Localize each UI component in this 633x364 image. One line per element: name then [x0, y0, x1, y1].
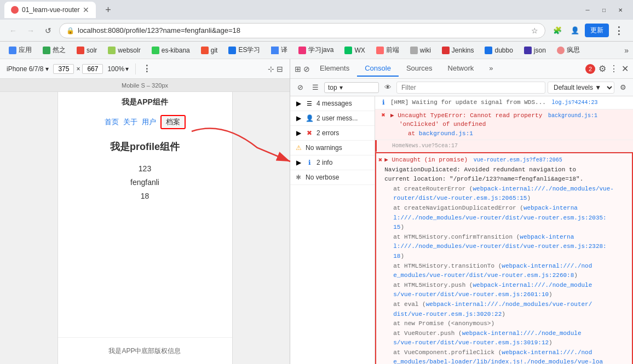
browser-tab[interactable]: 01_learn-vue-router ✕: [4, 2, 96, 18]
devtools-settings-icon[interactable]: ⚙: [599, 63, 606, 74]
minimize-button[interactable]: ─: [584, 6, 591, 14]
profile-info: 123 fengfanli 18: [58, 158, 232, 208]
bookmark-frontend[interactable]: 前端: [372, 44, 404, 56]
bookmark-apps[interactable]: 应用: [4, 44, 36, 56]
window-controls: ─ □ ✕: [584, 6, 629, 14]
profile-icon[interactable]: 👤: [567, 23, 583, 38]
bookmark-wiki[interactable]: wiki: [406, 45, 435, 55]
zoom-icon[interactable]: ⊟: [277, 65, 283, 73]
vue-router-link[interactable]: vue-router.esm.js?fe87:2065: [474, 157, 562, 163]
nav-home-link[interactable]: 首页: [105, 117, 119, 127]
devtools-tabs: Elements Console Sources Network »: [312, 61, 501, 77]
bookmark-fengsi[interactable]: 疯思: [553, 44, 584, 56]
msg-warnings[interactable]: ⚠ No warnings: [290, 141, 375, 155]
back-button[interactable]: ←: [7, 24, 20, 37]
bookmark-star-icon[interactable]: ☆: [531, 26, 538, 35]
clear-console-icon[interactable]: ⊘: [294, 81, 307, 94]
user-messages-label: 2 user mess...: [316, 114, 358, 122]
stack-link-8[interactable]: webpack-internal:///./node_modules/vue-r…: [393, 330, 581, 346]
stack-line-9: at VueComponent.profileClick (webpack-in…: [384, 348, 630, 364]
log-levels-select[interactable]: Default levels ▼: [548, 82, 614, 94]
stack-link-1[interactable]: webpack-internal:///./node_modules/vue-r…: [393, 186, 614, 202]
context-selector[interactable]: top ▾: [324, 82, 379, 93]
log-text-homenews: HomeNews.vue?5cea:17: [392, 142, 629, 150]
forward-button[interactable]: →: [24, 24, 37, 37]
bookmark-dubbo[interactable]: dubbo: [480, 45, 517, 55]
tab-sources[interactable]: Sources: [399, 61, 440, 77]
console-settings-icon[interactable]: ⚙: [617, 81, 630, 94]
msg-errors[interactable]: ▶ ✖ 2 errors: [290, 126, 375, 141]
more-options-icon[interactable]: ⋮: [142, 63, 151, 74]
devtools-expand-icon[interactable]: ⊞: [295, 65, 301, 73]
stack-link-2[interactable]: webpack-internal:///./node_modules/vue-r…: [393, 205, 606, 230]
nav-archive-button[interactable]: 档案: [160, 115, 186, 129]
devtools-close-icon[interactable]: ✕: [622, 63, 629, 74]
hmr-link[interactable]: log.js?4244:23: [551, 100, 597, 106]
background-link1[interactable]: background.js:1: [548, 113, 597, 119]
menu-icon[interactable]: ⋮: [611, 23, 626, 38]
tab-console[interactable]: Console: [357, 61, 399, 77]
bookmark-solr[interactable]: solr: [72, 45, 101, 55]
phone-frame: 我是APP组件 首页 关于 用户 档案 我是profile组件 123 feng…: [0, 92, 290, 364]
nav-about-link[interactable]: 关于: [123, 117, 137, 127]
refresh-button[interactable]: ↺: [42, 24, 55, 37]
log-error-icon: ✖: [379, 112, 387, 119]
tab-close-icon[interactable]: ✕: [83, 5, 89, 14]
stack-link-5[interactable]: webpack-internal:///./node_modules/vue-r…: [393, 282, 592, 298]
extension-icon[interactable]: 🧩: [550, 23, 565, 38]
tab-elements[interactable]: Elements: [312, 61, 357, 77]
cursor-icon[interactable]: ⊹: [268, 65, 274, 73]
bookmark-ranzhi[interactable]: 然之: [38, 44, 70, 56]
stack-line-4: at HTML5History.transitionTo (webpack-in…: [384, 262, 630, 281]
stack-link-3[interactable]: webpack-internal:///./node_modules/vue-r…: [393, 234, 606, 259]
update-button[interactable]: 更新: [585, 24, 609, 37]
zoom-selector[interactable]: 100% ▾: [107, 65, 129, 73]
msg-info[interactable]: ▶ ℹ 2 info: [290, 155, 375, 170]
bookmark-es-kibana[interactable]: es-kibana: [147, 45, 194, 55]
bookmark-json[interactable]: json: [520, 45, 550, 55]
log-entry-navdup: ✖ ▶ Uncaught (in promise) vue-router.esm…: [375, 152, 633, 364]
param-age: 18: [62, 189, 228, 203]
bookmark-java-learn[interactable]: 学习java: [294, 44, 338, 56]
device-name: iPhone 6/7/8: [7, 65, 43, 73]
stack-line-6: at eval (webpack-internal:///./node_modu…: [384, 300, 630, 319]
phone-content: 我是APP组件 首页 关于 用户 档案 我是profile组件 123 feng…: [57, 92, 233, 364]
context-label: top: [328, 84, 337, 91]
bookmark-jenkins[interactable]: Jenkins: [438, 45, 479, 55]
bookmark-translate[interactable]: 译: [267, 44, 292, 56]
bookmarks-more-icon[interactable]: »: [624, 46, 629, 55]
stack-link-6[interactable]: webpack-internal:///./node_modules/vue-r…: [393, 301, 592, 317]
error-count-badge: 2: [585, 64, 595, 74]
eye-icon[interactable]: 👁: [381, 81, 394, 94]
msg-user-messages[interactable]: ▶ 👤 2 user mess...: [290, 111, 375, 126]
tab-network[interactable]: Network: [440, 61, 482, 77]
maximize-button[interactable]: □: [600, 6, 608, 14]
msg-verbose[interactable]: ✱ No verbose: [290, 170, 375, 185]
close-button[interactable]: ✕: [617, 6, 624, 14]
bookmark-es-learn[interactable]: ES学习: [224, 44, 264, 56]
bookmark-wx[interactable]: WX: [340, 45, 369, 55]
device-selector[interactable]: iPhone 6/7/8 ▾: [7, 65, 49, 73]
devtools-more-icon[interactable]: ⋮: [609, 63, 618, 74]
log-text-typeerror: ▶ Uncaught TypeError: Cannot read proper…: [390, 111, 629, 138]
nav-user-link[interactable]: 用户: [142, 117, 156, 127]
bookmark-git[interactable]: git: [197, 45, 222, 55]
list-icon: ☰: [306, 100, 313, 107]
tab-more[interactable]: »: [481, 61, 500, 77]
msg-all-messages[interactable]: ▶ ☰ 4 messages: [290, 96, 375, 111]
context-chevron-icon: ▾: [339, 84, 343, 91]
stack-line-5: at HTML5History.push (webpack-internal:/…: [384, 281, 630, 300]
stack-link-9[interactable]: webpack-internal:///./node_modules/babel…: [393, 349, 606, 364]
info-label: 2 info: [316, 159, 332, 166]
stack-link-4[interactable]: webpack-internal:///./node_modules/vue-r…: [393, 263, 592, 279]
url-bar[interactable]: 🔒 localhost:8080/profile/123?name=fengfa…: [59, 23, 545, 38]
filter-icon[interactable]: ☰: [309, 81, 322, 94]
height-input[interactable]: [82, 64, 103, 74]
filter-input[interactable]: [396, 82, 545, 94]
bookmark-websolr[interactable]: websolr: [103, 45, 145, 55]
devtools-ban-icon[interactable]: ⊘: [303, 65, 310, 73]
new-tab-button[interactable]: +: [100, 2, 116, 18]
main-area: iPhone 6/7/8 ▾ × 100% ▾ ⋮ ⊹ ⊟: [0, 59, 633, 364]
width-input[interactable]: [53, 64, 74, 74]
background-link2[interactable]: background.js:1: [419, 130, 473, 137]
